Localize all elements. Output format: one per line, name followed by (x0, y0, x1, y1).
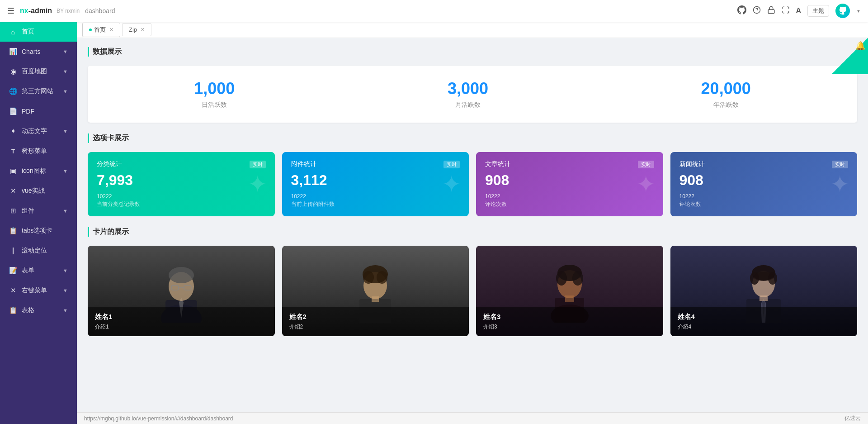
person-card-2: 姓名2 介绍2 (282, 246, 469, 336)
sidebar-item-label-right-menu: 右键菜单 (22, 286, 47, 295)
sidebar-item-label-icon: icon图标 (22, 167, 46, 175)
icon-icon: ▣ (9, 167, 17, 175)
card-article-sub-num: 10222 (485, 193, 654, 200)
sidebar: ⌂ 首页 📊 Charts ▼ ◉ 百度地图 ▼ 🌐 第三方网站 ▼ 📄 PDF… (0, 22, 77, 424)
stat-yearly: 20,000 年活跃数 (701, 79, 751, 109)
tabs-bar: 首页 ✕ Zip ✕ (77, 22, 868, 38)
persons-section-title: 卡片的展示 (88, 227, 857, 237)
sidebar-item-label-pdf: PDF (22, 108, 34, 115)
card-attachment-title: 附件统计 (291, 160, 316, 168)
card-article: 文章统计 实时 908 10222 评论次数 ✦ (476, 152, 663, 216)
sidebar-item-table[interactable]: 📋 表格 ▼ (0, 300, 77, 320)
fullscreen-icon[interactable] (782, 6, 790, 16)
stat-monthly-value: 3,000 (448, 79, 488, 98)
scroll-icon: | (9, 247, 17, 255)
tab-home[interactable]: 首页 ✕ (82, 23, 120, 37)
tab-home-close-icon[interactable]: ✕ (109, 27, 113, 33)
person-card-3-overlay: 姓名3 介绍3 (476, 307, 663, 336)
person-card-1-overlay: 姓名1 介绍1 (88, 307, 275, 336)
sidebar-item-label-form: 表单 (22, 267, 34, 275)
person-card-4-overlay: 姓名4 介绍4 (670, 307, 858, 336)
stat-daily-label: 日活跃数 (194, 101, 235, 109)
sidebar-item-icon[interactable]: ▣ icon图标 ▼ (0, 161, 77, 181)
stat-yearly-value: 20,000 (701, 79, 751, 98)
sidebar-item-label-home: 首页 (22, 28, 34, 36)
globe-icon: 🌐 (9, 87, 17, 95)
card-category: 分类统计 实时 7,993 10222 当前分类总记录数 ✦ (88, 152, 275, 216)
sidebar-item-label-component: 组件 (22, 207, 34, 215)
sidebar-item-label-baidu: 百度地图 (22, 67, 47, 76)
svg-point-23 (572, 271, 583, 286)
right-menu-icon: ✕ (9, 286, 17, 295)
chevron-down-icon: ▼ (63, 49, 68, 54)
sidebar-item-label-dynamic: 动态文字 (22, 127, 47, 135)
sidebar-item-tree-menu[interactable]: T 树形菜单 (0, 141, 77, 161)
lock-icon[interactable] (767, 6, 775, 16)
brand-admin: -admin (28, 7, 52, 14)
card-attachment-watermark: ✦ (442, 171, 462, 198)
dropdown-arrow-icon[interactable]: ▼ (856, 9, 861, 14)
card-news: 新闻统计 实时 908 10222 评论次数 ✦ (670, 152, 858, 216)
charts-icon: 📊 (9, 48, 17, 56)
card-category-watermark: ✦ (248, 171, 268, 198)
person-3-name: 姓名3 (483, 313, 656, 321)
sidebar-item-vue[interactable]: ✕ vue实战 (0, 181, 77, 201)
chevron-down-icon-8: ▼ (63, 288, 68, 293)
card-article-title: 文章统计 (485, 160, 510, 168)
help-icon[interactable] (753, 6, 761, 16)
home-icon: ⌂ (9, 28, 17, 36)
chevron-down-icon-6: ▼ (63, 208, 68, 214)
sidebar-item-home[interactable]: ⌂ 首页 (0, 22, 77, 42)
chevron-down-icon-7: ▼ (63, 268, 68, 273)
person-3-intro: 介绍3 (483, 323, 656, 331)
sidebar-item-label-scroll: 滚动定位 (22, 247, 47, 255)
tab-zip-close-icon[interactable]: ✕ (141, 27, 145, 33)
table-icon: 📋 (9, 306, 17, 314)
component-icon: ⊞ (9, 207, 17, 215)
sidebar-item-label-third: 第三方网站 (22, 87, 53, 95)
stat-yearly-label: 年活跃数 (701, 101, 751, 109)
person-cards-row: 姓名1 介绍1 (88, 246, 857, 336)
layout: ⌂ 首页 📊 Charts ▼ ◉ 百度地图 ▼ 🌐 第三方网站 ▼ 📄 PDF… (0, 22, 868, 424)
card-article-watermark: ✦ (636, 171, 656, 198)
svg-point-15 (377, 271, 387, 284)
card-category-value: 7,993 (97, 172, 266, 189)
menu-toggle-icon[interactable]: ☰ (7, 6, 14, 16)
card-category-header: 分类统计 实时 (97, 160, 266, 168)
tab-zip[interactable]: Zip ✕ (122, 23, 151, 36)
main-content: 首页 ✕ Zip ✕ 数据展示 1,000 日活跃数 3,000 月活 (77, 22, 868, 424)
brand: nx-admin BY nxmin (20, 7, 80, 15)
sidebar-item-charts[interactable]: 📊 Charts ▼ (0, 42, 77, 62)
sidebar-item-component[interactable]: ⊞ 组件 ▼ (0, 201, 77, 221)
sidebar-item-form[interactable]: 📝 表单 ▼ (0, 261, 77, 281)
sidebar-item-scroll[interactable]: | 滚动定位 (0, 241, 77, 261)
github-icon[interactable] (737, 5, 746, 17)
pdf-icon: 📄 (9, 107, 17, 115)
stat-monthly: 3,000 月活跃数 (448, 79, 488, 109)
svg-point-22 (556, 271, 567, 286)
person-card-2-overlay: 姓名2 介绍2 (282, 307, 469, 336)
sidebar-item-right-menu[interactable]: ✕ 右键菜单 ▼ (0, 281, 77, 300)
card-attachment-value: 3,112 (291, 172, 460, 189)
font-size-icon[interactable]: A (796, 7, 802, 15)
sidebar-item-tabs[interactable]: 📋 tabs选项卡 (0, 221, 77, 241)
tab-active-dot (89, 29, 92, 31)
person-1-intro: 介绍1 (95, 323, 268, 331)
stat-daily: 1,000 日活跃数 (194, 79, 235, 109)
theme-button[interactable]: 主题 (807, 5, 829, 17)
person-1-name: 姓名1 (95, 313, 268, 321)
card-news-title: 新闻统计 (679, 160, 705, 168)
sidebar-item-label-tabs: tabs选项卡 (22, 227, 52, 235)
sidebar-item-third[interactable]: 🌐 第三方网站 ▼ (0, 81, 77, 101)
card-article-value: 908 (485, 172, 654, 189)
corner-decoration (832, 38, 868, 74)
sidebar-item-baidu[interactable]: ◉ 百度地图 ▼ (0, 62, 77, 81)
sidebar-item-dynamic-text[interactable]: ✦ 动态文字 ▼ (0, 121, 77, 141)
card-article-sub-label: 评论次数 (485, 200, 654, 208)
user-avatar[interactable] (835, 4, 850, 18)
card-news-sub-label: 评论次数 (679, 200, 849, 208)
person-4-name: 姓名4 (678, 313, 850, 321)
chevron-down-icon-5: ▼ (63, 168, 68, 174)
card-news-sub-num: 10222 (679, 193, 849, 200)
sidebar-item-pdf[interactable]: 📄 PDF (0, 101, 77, 121)
